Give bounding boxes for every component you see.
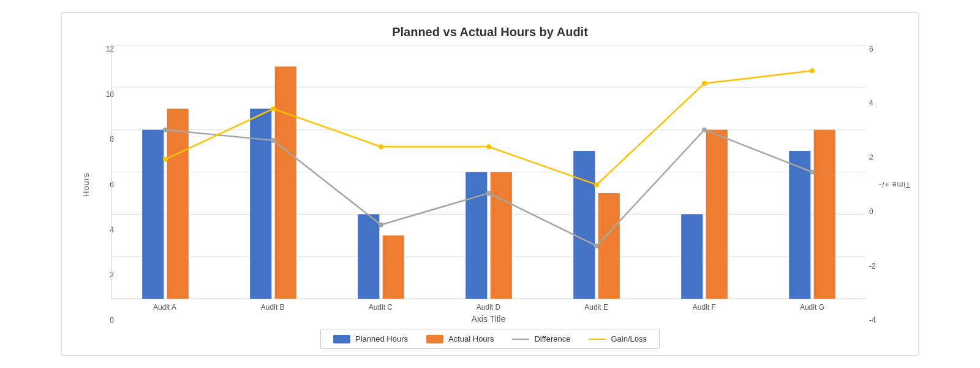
x-label: Audit C	[326, 303, 434, 312]
y-tick-right: 0	[869, 208, 873, 215]
actual-bar	[814, 130, 835, 299]
x-label: Audit E	[543, 303, 650, 312]
plot-area	[111, 45, 866, 299]
actual-bar	[275, 66, 296, 299]
gain-dot	[702, 81, 707, 86]
x-label: Audit A	[111, 303, 219, 312]
legend-label: Difference	[534, 334, 570, 343]
gain-dot	[163, 157, 168, 162]
y-tick-right: -4	[869, 316, 876, 324]
y-tick-right: 2	[869, 154, 873, 161]
y-tick-right: 6	[869, 45, 873, 53]
legend-label: Actual Hours	[448, 334, 494, 343]
planned-bar	[358, 214, 379, 299]
planned-bar	[573, 151, 595, 299]
legend-label: Planned Hours	[355, 334, 408, 343]
legend-color	[426, 335, 443, 343]
chart-svg	[111, 45, 866, 299]
diff-dot	[702, 128, 707, 132]
legend: Planned HoursActual HoursDifferenceGain/…	[320, 329, 660, 349]
y-axis-left-label: Hours	[81, 45, 91, 324]
actual-bar	[383, 236, 404, 299]
legend-label: Gain/Loss	[611, 334, 647, 343]
actual-bar	[491, 172, 512, 299]
x-axis-labels: Audit AAudit BAudit CAudit DAudit EAudit…	[111, 299, 866, 313]
diff-dot	[163, 128, 168, 132]
actual-bar	[706, 130, 728, 299]
x-axis-title: Axis Title	[111, 314, 866, 324]
y-tick-right: -2	[869, 263, 876, 270]
planned-bar	[250, 109, 271, 299]
gain-dot	[271, 106, 276, 111]
x-label: Audit F	[650, 303, 758, 312]
legend-item: Actual Hours	[426, 334, 494, 343]
gain-dot	[379, 144, 383, 149]
chart-title: Planned vs Actual Hours by Audit	[392, 25, 588, 39]
chart-plot: Audit AAudit BAudit CAudit DAudit EAudit…	[111, 45, 866, 324]
legend-item: Difference	[512, 334, 570, 343]
y-axis-left: 121086420 Hours	[80, 45, 111, 324]
y-tick-right: 4	[869, 99, 873, 107]
actual-bar	[598, 193, 620, 299]
legend-item: Planned Hours	[333, 334, 408, 343]
actual-bar	[167, 109, 189, 299]
chart-area: 121086420 Hours Audit AAudit BAudit CAud…	[80, 45, 900, 324]
x-label: Audit B	[219, 303, 326, 312]
planned-bar	[142, 130, 164, 299]
diff-dot	[379, 223, 383, 228]
legend-item: Gain/Loss	[589, 334, 647, 343]
x-label: Audit G	[758, 303, 866, 312]
diff-dot	[810, 170, 815, 175]
planned-bar	[681, 214, 703, 299]
gain-dot	[486, 144, 491, 149]
diff-dot	[271, 138, 276, 143]
gain-dot	[810, 68, 815, 73]
legend-color	[333, 335, 350, 343]
x-label: Audit D	[434, 303, 542, 312]
planned-bar	[789, 151, 810, 299]
gain-dot	[594, 182, 599, 187]
chart-container: Planned vs Actual Hours by Audit 1210864…	[61, 12, 919, 356]
diff-dot	[486, 191, 491, 196]
legend-color	[512, 335, 529, 343]
legend-color	[589, 335, 606, 343]
planned-bar	[466, 172, 487, 299]
y-axis-right: 6420-2-4 Time +/-	[866, 45, 900, 324]
diff-dot	[594, 243, 599, 248]
y-axis-right-label: Time +/-	[878, 180, 910, 189]
